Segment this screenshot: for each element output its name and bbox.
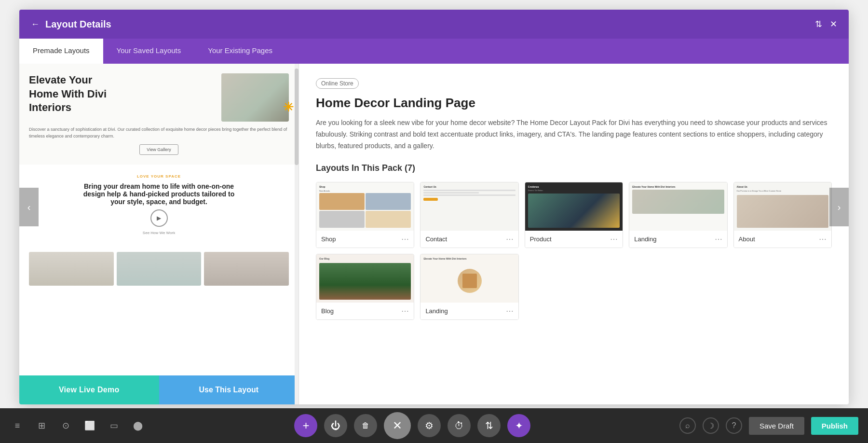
layout-menu-about[interactable]: ⋯ [819,235,827,244]
preview-panel: ✳ Elevate YourHome With DiviInteriors Di… [19,64,299,404]
layout-card-landing2[interactable]: Elevate Your Home With Divi Interiors La… [420,254,518,320]
preview-images-row [29,252,289,286]
layout-name-contact: Contact [425,235,447,243]
thumb-contact-line1 [423,190,515,191]
preview-see-how: See How We Work [29,231,289,235]
preview-thumb-1 [29,252,114,286]
publish-button[interactable]: Publish [811,417,858,435]
thumb-shop-img3 [319,211,365,228]
layout-thumb-about: About Us Our Promise is to Design You a … [734,182,831,231]
layout-name-about: About [739,235,755,243]
tabs-bar: Premade Layouts Your Saved Layouts Your … [19,39,849,64]
layout-thumb-landing: Elevate Your Home With Divi Interiors [629,182,727,231]
thumb-shop-img4 [366,211,411,228]
layout-card-about[interactable]: About Us Our Promise is to Design You a … [733,182,832,248]
thumb-product-title: Credenza [528,185,620,188]
magic-button[interactable]: ✦ [507,414,530,437]
thumb-landing-label: Elevate Your Home With Divi Interiors [632,185,724,188]
use-this-layout-button[interactable]: Use This Layout [159,375,299,404]
detail-title: Home Decor Landing Page [316,96,832,111]
preview-hero-section: ✳ Elevate YourHome With DiviInteriors Di… [19,64,298,165]
layout-menu-product[interactable]: ⋯ [610,235,618,244]
close-button[interactable]: ✕ [384,412,411,439]
layout-menu-contact[interactable]: ⋯ [506,235,514,244]
thumb-about-img [737,195,828,228]
thumb-shop-sub: New Arrivals [319,190,411,192]
layout-thumb-blog: Our Blog [316,254,414,303]
detail-panel: ‹ › Online Store Home Decor Landing Page… [299,64,849,404]
modal-container: ← Layout Details ⇅ ✕ Premade Layouts You… [19,10,849,404]
thumb-shop-img1 [319,193,365,210]
hamburger-icon[interactable]: ≡ [10,418,25,433]
layout-thumb-landing2: Elevate Your Home With Divi Interiors [420,254,518,303]
bottom-toolbar: ≡ ⊞ ⊙ ⬜ ▭ ⬤ + ⏻ 🗑 ✕ ⚙ ⏱ ⇅ ✦ ⌕ ☽ ? Save D… [0,408,868,443]
gear-button[interactable]: ⚙ [418,414,441,437]
save-draft-button[interactable]: Save Draft [749,417,804,435]
layout-card-landing[interactable]: Elevate Your Home With Divi Interiors La… [629,182,727,248]
back-icon[interactable]: ← [31,19,40,29]
thumb-blog-label: Our Blog [319,257,411,260]
layout-menu-blog[interactable]: ⋯ [401,306,409,316]
toolbar-help-icon[interactable]: ? [726,417,742,434]
grid-icon[interactable]: ⊞ [34,418,49,433]
tab-existing-pages[interactable]: Your Existing Pages [194,39,286,64]
desktop-icon[interactable]: ⬜ [82,418,97,433]
preview-thumb-3 [204,252,289,286]
preview-scrollbar-track[interactable] [295,64,298,404]
preview-section3 [19,245,298,293]
modal-header-left: ← Layout Details [31,19,111,30]
thumb-about-label: About Us [737,185,828,188]
thumb-contact-label: Contact Us [423,185,515,188]
layout-card-footer-landing: Landing ⋯ [629,231,727,248]
preview-hero-btn[interactable]: View Gallery [139,144,178,155]
layout-menu-landing[interactable]: ⋯ [715,235,722,244]
toolbar-moon-icon[interactable]: ☽ [703,417,719,434]
thumb-landing2-circle [458,269,482,293]
next-layout-arrow[interactable]: › [829,188,849,226]
preview-thumb-2 [117,252,202,286]
modal-content: ✳ Elevate YourHome With DiviInteriors Di… [19,64,849,404]
layout-card-blog[interactable]: Our Blog Blog ⋯ [316,254,414,320]
tab-saved-layouts[interactable]: Your Saved Layouts [103,39,195,64]
thumb-contact-line2 [423,192,478,194]
thumb-shop-img2 [366,193,411,210]
mobile-icon[interactable]: ⬤ [130,418,146,433]
preview-hero-image [221,73,289,122]
thumb-landing2-content [423,262,515,300]
layout-card-footer-contact: Contact ⋯ [420,231,518,248]
layout-card-shop[interactable]: Shop New Arrivals Shop ⋯ [316,182,414,248]
search-icon[interactable]: ⊙ [58,418,73,433]
preview-section2: LOVE YOUR SPACE Bring your dream home to… [19,165,298,245]
layout-card-contact[interactable]: Contact Us Contact ⋯ [420,182,518,248]
layout-menu-shop[interactable]: ⋯ [401,235,409,244]
trash-button[interactable]: 🗑 [354,414,377,437]
layout-card-footer-landing2: Landing ⋯ [420,303,518,319]
close-icon[interactable]: ✕ [830,19,837,29]
modal-title: Layout Details [45,19,111,30]
preview-scrollbar-thumb[interactable] [295,69,298,165]
layout-card-footer-product: Product ⋯ [525,231,623,248]
layout-menu-landing2[interactable]: ⋯ [506,306,514,316]
view-live-demo-button[interactable]: View Live Demo [19,375,159,404]
layout-card-product[interactable]: Credenza Dream. Do Better. Product ⋯ [525,182,623,248]
preview-scroll[interactable]: ✳ Elevate YourHome With DiviInteriors Di… [19,64,298,404]
power-button[interactable]: ⏻ [324,414,347,437]
preview-section2-title: Bring your dream home to life with one-o… [29,182,289,206]
modal-header-actions: ⇅ ✕ [815,19,837,29]
layouts-in-pack-title: Layouts In This Pack (7) [316,163,832,173]
asterisk-icon: ✳ [283,100,294,115]
layout-card-footer-about: About ⋯ [734,231,831,248]
thumb-about-sub: Our Promise is to Design You a More Cust… [737,190,828,192]
layouts-grid: Shop New Arrivals Shop ⋯ [316,182,832,320]
preview-play-button[interactable]: ▶ [150,209,168,227]
history-button[interactable]: ⏱ [448,414,471,437]
layout-button[interactable]: ⇅ [477,414,501,437]
sort-icon[interactable]: ⇅ [815,19,822,29]
modal-header: ← Layout Details ⇅ ✕ [19,10,849,39]
tab-premade-layouts[interactable]: Premade Layouts [19,39,103,64]
tablet-icon[interactable]: ▭ [106,418,122,433]
add-button[interactable]: + [294,414,317,437]
thumb-product-img [528,194,620,228]
toolbar-search-icon[interactable]: ⌕ [679,417,696,434]
thumb-contact-line3 [423,194,515,196]
